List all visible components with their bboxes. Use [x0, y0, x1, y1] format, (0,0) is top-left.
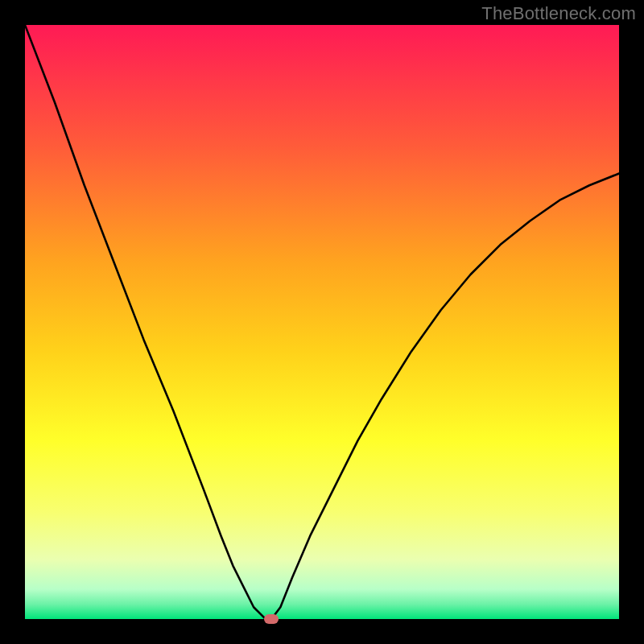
optimum-marker	[264, 614, 279, 624]
heat-gradient	[25, 25, 619, 619]
watermark-text: TheBottleneck.com	[481, 3, 636, 24]
svg-rect-0	[25, 25, 619, 619]
plot-area	[25, 25, 619, 619]
chart-frame: TheBottleneck.com	[0, 0, 644, 644]
